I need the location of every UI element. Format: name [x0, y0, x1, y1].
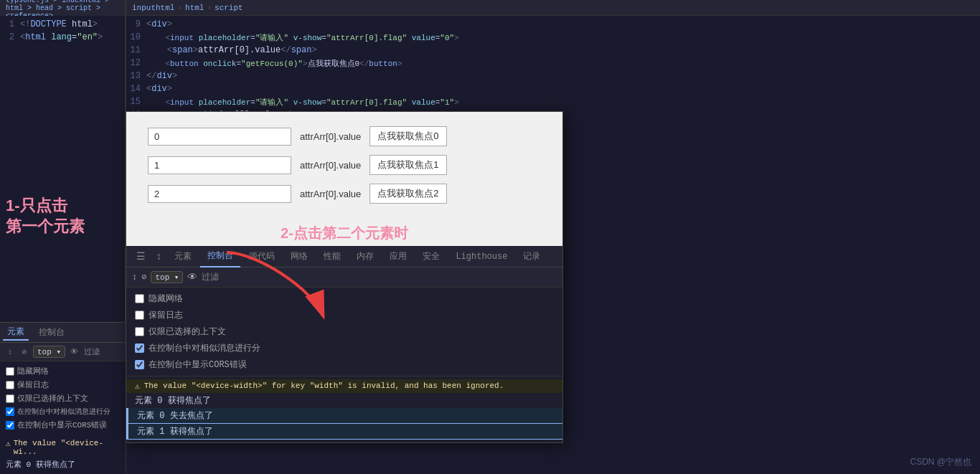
line-number: 1 — [0, 19, 20, 29]
arrow-annotation: 2-点击第二个元素时 — [126, 218, 562, 246]
path-item-script: script — [215, 4, 243, 12]
devtools-tabs: ☰ ↕ 元素 控制台 源代码 网络 性能 内存 应用 安全 Lighthouse… — [126, 246, 562, 267]
option-text-5: 在控制台中显示CORS错误 — [149, 359, 247, 371]
preview-button-1[interactable]: 点我获取焦点1 — [369, 155, 446, 175]
toolbar-btn-2[interactable]: ⊘ — [141, 272, 146, 283]
left-path-bar: typsone.js > indexhtml > html > head > s… — [0, 0, 125, 16]
code-line: 2 <html lang="en"> — [0, 32, 125, 44]
filter-label-left: 过滤 — [84, 346, 100, 357]
checkbox-selected-context[interactable] — [6, 394, 14, 403]
warning-icon: ⚠ — [6, 439, 11, 448]
console-warning-row: ⚠ The value "<device-width>" for key "wi… — [126, 379, 562, 393]
toolbar-icon-2[interactable]: ⊘ — [19, 346, 30, 358]
tab-lighthouse[interactable]: Lighthouse — [448, 246, 514, 267]
line-num-r14: 14 — [126, 84, 146, 94]
preview-value-label-1: attrArr[0].value — [300, 160, 361, 171]
toolbar-btn-1[interactable]: ↕ — [132, 272, 137, 283]
preview-button-2[interactable]: 点我获取焦点2 — [369, 184, 446, 204]
center-overlay: attrArr[0].value 点我获取焦点0 attrArr[0].valu… — [126, 111, 563, 443]
line-num-r12: 12 — [126, 58, 146, 68]
preview-row-1: attrArr[0].value 点我获取焦点1 — [148, 155, 541, 175]
warning-message: The value "<device-width>" for key "widt… — [144, 381, 504, 390]
code-line-r11: 11 <span>attrArr[0].value</span> — [126, 44, 980, 57]
console-messages-left: ⚠ The value "<device-wi... 元素 0 获得焦点了 — [0, 435, 126, 474]
devtools-panel: ☰ ↕ 元素 控制台 源代码 网络 性能 内存 应用 安全 Lighthouse… — [126, 246, 562, 442]
left-annotation-box: 1-只点击第一个元素 — [0, 190, 121, 242]
line-num-r10: 10 — [126, 32, 146, 42]
devtools-icon-2[interactable]: ↕ — [151, 246, 166, 267]
checkbox-group-similar[interactable] — [6, 407, 14, 416]
devtools-options-panel: 隐藏网络 保留日志 仅限已选择的上下文 在控制台中对相似消息进行分 在控制台中显… — [126, 288, 562, 376]
tab-console-left[interactable]: 控制台 — [34, 325, 69, 340]
path-item: inputhtml — [132, 4, 174, 12]
option-preserve-log: 保留日志 — [6, 378, 120, 392]
console-warning-left: ⚠ The value "<device-wi... — [6, 437, 120, 458]
devtools-tabs-left: 元素 控制台 — [0, 323, 126, 343]
preview-area: attrArr[0].value 点我获取焦点0 attrArr[0].valu… — [126, 112, 562, 218]
option-item-2: 保留日志 — [126, 307, 562, 323]
line-content-r13: </div> — [146, 71, 177, 81]
arrow-text: 2-点击第二个元素时 — [126, 224, 562, 243]
path-sep: › — [177, 4, 182, 12]
preview-value-label-0: attrArr[0].value — [300, 131, 361, 142]
console-log-2: 元素 1 获得焦点了 — [126, 424, 562, 440]
option-cors-errors: 在控制台中显示CORS错误 — [6, 418, 120, 432]
top-badge-left[interactable]: top ▾ — [33, 346, 65, 358]
option-group-similar: 在控制台中对相似消息进行分 — [6, 405, 120, 418]
checkbox-cors-errors[interactable] — [6, 421, 14, 430]
line-content-r14: <div> — [146, 84, 172, 94]
preview-input-0[interactable] — [148, 128, 291, 146]
option-hide-network: 隐藏网络 — [6, 364, 120, 378]
eye-icon-left[interactable]: 👁 — [68, 346, 80, 358]
code-line — [0, 44, 125, 57]
checkbox-1[interactable] — [135, 294, 144, 303]
right-path-bar: inputhtml › html › script — [126, 0, 980, 16]
preview-row-2: attrArr[0].value 点我获取焦点2 — [148, 184, 541, 204]
top-dropdown[interactable]: top ▾ — [151, 271, 183, 283]
preview-input-2[interactable] — [148, 185, 291, 203]
preview-value-label-2: attrArr[0].value — [300, 189, 361, 199]
tab-elements[interactable]: 元素 — [167, 246, 199, 267]
devtools-toolbar-left: ↕ ⊘ top ▾ 👁 过滤 — [0, 343, 126, 361]
tab-memory[interactable]: 内存 — [349, 246, 381, 267]
eye-icon[interactable]: 👁 — [187, 272, 197, 283]
log-text-0: 元素 0 获得焦点了 — [135, 394, 211, 407]
option-item-5: 在控制台中显示CORS错误 — [126, 356, 562, 373]
checkbox-preserve-log[interactable] — [6, 381, 14, 389]
line-num-r13: 13 — [126, 71, 146, 81]
checkbox-4[interactable] — [135, 343, 144, 353]
code-line-r15: 15 <input placeholder="请输入" v-show="attr… — [126, 96, 980, 109]
checkbox-hide-network[interactable] — [6, 367, 14, 376]
warning-icon: ⚠ — [135, 381, 140, 391]
checkbox-3[interactable] — [135, 327, 144, 336]
option-label: 在控制台中显示CORS错误 — [17, 420, 107, 430]
line-content-r9: <div> — [146, 19, 172, 29]
tab-security[interactable]: 安全 — [415, 246, 447, 267]
tab-record[interactable]: 记录 — [516, 246, 547, 267]
option-item-1: 隐藏网络 — [126, 290, 562, 307]
code-line — [0, 57, 125, 70]
path-item-html: html — [185, 4, 204, 12]
devtools-icon-1[interactable]: ☰ — [132, 246, 150, 267]
checkbox-2[interactable] — [135, 311, 144, 320]
console-area: ⚠ The value "<device-width>" for key "wi… — [126, 376, 562, 442]
main-layout: typsone.js > indexhtml > html > head > s… — [0, 0, 980, 474]
preview-row-0: attrArr[0].value 点我获取焦点0 — [148, 126, 541, 146]
left-path-text: typsone.js > indexhtml > html > head > s… — [6, 0, 119, 16]
option-text-2: 保留日志 — [149, 309, 183, 321]
line-content: <!DOCTYPE html> — [20, 19, 98, 29]
checkbox-5[interactable] — [135, 360, 144, 369]
preview-input-1[interactable] — [148, 156, 291, 174]
line-content-r10: <input placeholder="请输入" v-show="attrArr… — [146, 32, 459, 43]
console-log-0: 元素 0 获得焦点了 — [126, 393, 562, 408]
console-log-1: 元素 0 失去焦点了 — [126, 408, 562, 424]
preview-button-0[interactable]: 点我获取焦点0 — [369, 126, 446, 146]
devtools-options-left: 隐藏网络 保留日志 仅限已选择的上下文 在控制台中对相似消息进行分 在控制台中显… — [0, 361, 126, 435]
tab-application[interactable]: 应用 — [382, 246, 414, 267]
tab-elements-left[interactable]: 元素 — [3, 324, 29, 341]
toolbar-icon-1[interactable]: ↕ — [4, 346, 16, 358]
code-line-r14: 14 <div> — [126, 83, 980, 96]
devtools-toolbar: ↕ ⊘ top ▾ 👁 过滤 — [126, 267, 562, 288]
console-log-left-0: 元素 0 获得焦点了 — [6, 458, 120, 471]
option-selected-context: 仅限已选择的上下文 — [6, 392, 120, 405]
